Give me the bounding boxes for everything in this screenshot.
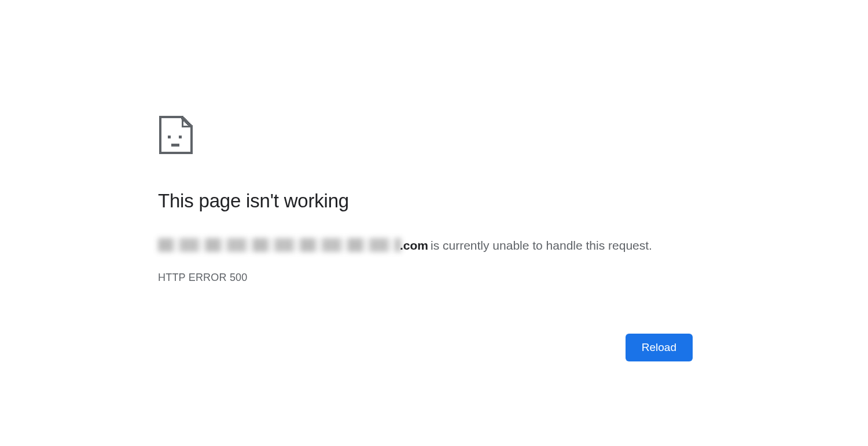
error-page: This page isn't working .com is currentl… xyxy=(158,116,693,361)
redacted-domain xyxy=(158,238,401,252)
svg-rect-2 xyxy=(171,144,179,147)
action-row: Reload xyxy=(158,334,693,361)
error-message-text: is currently unable to handle this reque… xyxy=(431,237,652,254)
error-code: HTTP ERROR 500 xyxy=(158,272,693,284)
svg-rect-1 xyxy=(179,136,182,138)
domain-suffix: .com xyxy=(400,237,428,254)
error-heading: This page isn't working xyxy=(158,189,693,213)
reload-button[interactable]: Reload xyxy=(626,334,693,361)
svg-rect-0 xyxy=(168,136,171,138)
error-message: .com is currently unable to handle this … xyxy=(158,236,693,254)
sad-file-icon xyxy=(159,116,693,154)
